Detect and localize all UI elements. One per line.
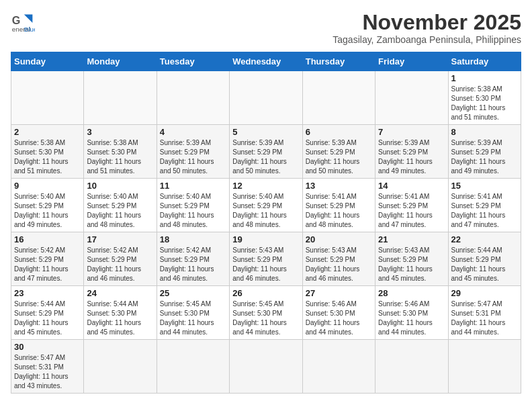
- day-cell: 17Sunrise: 5:42 AM Sunset: 5:29 PM Dayli…: [84, 232, 157, 286]
- month-title: November 2025: [332, 11, 521, 34]
- day-number: 21: [378, 234, 445, 244]
- day-cell: [84, 340, 157, 394]
- day-info: Sunrise: 5:40 AM Sunset: 5:29 PM Dayligh…: [160, 192, 226, 230]
- day-number: 4: [160, 127, 226, 137]
- day-info: Sunrise: 5:47 AM Sunset: 5:31 PM Dayligh…: [14, 353, 81, 391]
- day-cell: [230, 71, 302, 125]
- subtitle: Tagasilay, Zamboanga Peninsula, Philippi…: [332, 34, 521, 45]
- day-info: Sunrise: 5:40 AM Sunset: 5:29 PM Dayligh…: [232, 192, 299, 230]
- day-cell: 5Sunrise: 5:39 AM Sunset: 5:29 PM Daylig…: [230, 125, 302, 179]
- day-cell: 13Sunrise: 5:41 AM Sunset: 5:29 PM Dayli…: [302, 179, 375, 232]
- day-cell: 27Sunrise: 5:46 AM Sunset: 5:30 PM Dayli…: [302, 286, 375, 340]
- day-number: 25: [160, 288, 226, 298]
- day-info: Sunrise: 5:39 AM Sunset: 5:29 PM Dayligh…: [232, 138, 299, 176]
- day-cell: 16Sunrise: 5:42 AM Sunset: 5:29 PM Dayli…: [11, 232, 84, 286]
- day-info: Sunrise: 5:43 AM Sunset: 5:29 PM Dayligh…: [232, 246, 299, 283]
- day-number: 19: [232, 234, 299, 244]
- day-number: 2: [14, 127, 81, 137]
- calendar-table: SundayMondayTuesdayWednesdayThursdayFrid…: [11, 52, 521, 394]
- day-cell: 22Sunrise: 5:44 AM Sunset: 5:29 PM Dayli…: [448, 232, 521, 286]
- day-info: Sunrise: 5:45 AM Sunset: 5:30 PM Dayligh…: [160, 300, 226, 337]
- week-row-5: 23Sunrise: 5:44 AM Sunset: 5:29 PM Dayli…: [11, 286, 521, 340]
- col-header-wednesday: Wednesday: [230, 52, 302, 71]
- day-info: Sunrise: 5:43 AM Sunset: 5:29 PM Dayligh…: [378, 246, 445, 283]
- day-info: Sunrise: 5:41 AM Sunset: 5:29 PM Dayligh…: [306, 192, 372, 230]
- day-info: Sunrise: 5:44 AM Sunset: 5:29 PM Dayligh…: [451, 246, 518, 283]
- day-info: Sunrise: 5:39 AM Sunset: 5:29 PM Dayligh…: [451, 138, 518, 176]
- day-number: 24: [87, 288, 153, 298]
- day-info: Sunrise: 5:39 AM Sunset: 5:29 PM Dayligh…: [160, 138, 226, 176]
- day-number: 3: [87, 127, 153, 137]
- col-header-thursday: Thursday: [302, 52, 375, 71]
- week-row-1: 1Sunrise: 5:38 AM Sunset: 5:30 PM Daylig…: [11, 71, 521, 125]
- day-info: Sunrise: 5:42 AM Sunset: 5:29 PM Dayligh…: [87, 246, 153, 283]
- day-cell: 26Sunrise: 5:45 AM Sunset: 5:30 PM Dayli…: [230, 286, 302, 340]
- col-header-saturday: Saturday: [448, 52, 521, 71]
- day-info: Sunrise: 5:42 AM Sunset: 5:29 PM Dayligh…: [160, 246, 226, 283]
- day-cell: 20Sunrise: 5:43 AM Sunset: 5:29 PM Dayli…: [302, 232, 375, 286]
- day-info: Sunrise: 5:38 AM Sunset: 5:30 PM Dayligh…: [87, 138, 153, 176]
- day-cell: 12Sunrise: 5:40 AM Sunset: 5:29 PM Dayli…: [230, 179, 302, 232]
- day-cell: [157, 340, 229, 394]
- logo: G eneral Blue: [11, 11, 35, 35]
- day-number: 30: [14, 342, 81, 352]
- day-info: Sunrise: 5:46 AM Sunset: 5:30 PM Dayligh…: [378, 300, 445, 337]
- day-number: 8: [451, 127, 518, 137]
- day-number: 10: [87, 181, 153, 191]
- day-cell: 24Sunrise: 5:44 AM Sunset: 5:30 PM Dayli…: [84, 286, 157, 340]
- day-cell: 29Sunrise: 5:47 AM Sunset: 5:31 PM Dayli…: [448, 286, 521, 340]
- day-cell: 1Sunrise: 5:38 AM Sunset: 5:30 PM Daylig…: [448, 71, 521, 125]
- day-info: Sunrise: 5:40 AM Sunset: 5:29 PM Dayligh…: [87, 192, 153, 230]
- day-info: Sunrise: 5:41 AM Sunset: 5:29 PM Dayligh…: [378, 192, 445, 230]
- day-cell: [157, 71, 229, 125]
- week-row-6: 30Sunrise: 5:47 AM Sunset: 5:31 PM Dayli…: [11, 340, 521, 394]
- day-info: Sunrise: 5:40 AM Sunset: 5:29 PM Dayligh…: [14, 192, 81, 230]
- day-number: 11: [160, 181, 226, 191]
- day-number: 20: [306, 234, 372, 244]
- day-number: 28: [378, 288, 445, 298]
- day-cell: 3Sunrise: 5:38 AM Sunset: 5:30 PM Daylig…: [84, 125, 157, 179]
- svg-text:Blue: Blue: [24, 26, 35, 33]
- day-number: 1: [451, 73, 518, 83]
- day-cell: 14Sunrise: 5:41 AM Sunset: 5:29 PM Dayli…: [375, 179, 448, 232]
- day-info: Sunrise: 5:39 AM Sunset: 5:29 PM Dayligh…: [378, 138, 445, 176]
- col-header-friday: Friday: [375, 52, 448, 71]
- day-number: 27: [306, 288, 372, 298]
- day-cell: 7Sunrise: 5:39 AM Sunset: 5:29 PM Daylig…: [375, 125, 448, 179]
- day-number: 17: [87, 234, 153, 244]
- day-cell: 4Sunrise: 5:39 AM Sunset: 5:29 PM Daylig…: [157, 125, 229, 179]
- title-area: November 2025 Tagasilay, Zamboanga Penin…: [332, 11, 521, 45]
- day-info: Sunrise: 5:45 AM Sunset: 5:30 PM Dayligh…: [232, 300, 299, 337]
- day-number: 29: [451, 288, 518, 298]
- day-number: 12: [232, 181, 299, 191]
- day-info: Sunrise: 5:44 AM Sunset: 5:29 PM Dayligh…: [14, 300, 81, 337]
- day-number: 18: [160, 234, 226, 244]
- day-cell: [230, 340, 302, 394]
- day-cell: [11, 71, 84, 125]
- day-info: Sunrise: 5:42 AM Sunset: 5:29 PM Dayligh…: [14, 246, 81, 283]
- day-number: 5: [232, 127, 299, 137]
- day-cell: 23Sunrise: 5:44 AM Sunset: 5:29 PM Dayli…: [11, 286, 84, 340]
- day-info: Sunrise: 5:47 AM Sunset: 5:31 PM Dayligh…: [451, 300, 518, 337]
- day-cell: 18Sunrise: 5:42 AM Sunset: 5:29 PM Dayli…: [157, 232, 229, 286]
- col-header-tuesday: Tuesday: [157, 52, 229, 71]
- header-row: SundayMondayTuesdayWednesdayThursdayFrid…: [11, 52, 521, 71]
- day-info: Sunrise: 5:38 AM Sunset: 5:30 PM Dayligh…: [14, 138, 81, 176]
- svg-text:G: G: [12, 14, 21, 26]
- day-cell: [375, 71, 448, 125]
- day-cell: 28Sunrise: 5:46 AM Sunset: 5:30 PM Dayli…: [375, 286, 448, 340]
- day-cell: 25Sunrise: 5:45 AM Sunset: 5:30 PM Dayli…: [157, 286, 229, 340]
- day-cell: [448, 340, 521, 394]
- day-number: 14: [378, 181, 445, 191]
- day-cell: 19Sunrise: 5:43 AM Sunset: 5:29 PM Dayli…: [230, 232, 302, 286]
- day-number: 15: [451, 181, 518, 191]
- day-cell: [302, 340, 375, 394]
- day-number: 9: [14, 181, 81, 191]
- svg-marker-1: [24, 14, 33, 23]
- day-cell: 15Sunrise: 5:41 AM Sunset: 5:29 PM Dayli…: [448, 179, 521, 232]
- logo-icon: G eneral Blue: [11, 11, 35, 35]
- day-cell: [302, 71, 375, 125]
- day-number: 16: [14, 234, 81, 244]
- day-cell: [375, 340, 448, 394]
- day-cell: 6Sunrise: 5:39 AM Sunset: 5:29 PM Daylig…: [302, 125, 375, 179]
